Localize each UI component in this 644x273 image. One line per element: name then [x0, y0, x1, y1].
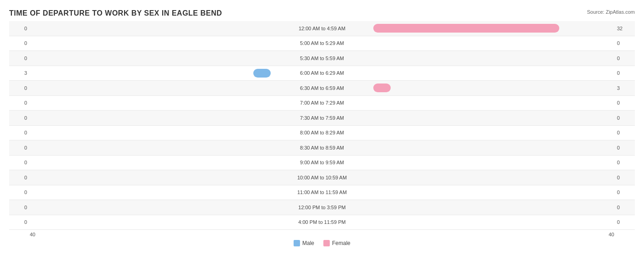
left-value: 0 [9, 56, 30, 61]
left-value: 0 [9, 100, 30, 106]
male-side [30, 156, 272, 170]
table-row: 0 4:00 PM to 11:59 PM 0 [9, 215, 635, 230]
time-label: 8:00 AM to 8:29 AM [272, 130, 372, 135]
dual-bar: 6:30 AM to 6:59 AM [30, 81, 614, 95]
female-side [372, 185, 614, 200]
time-label: 7:00 AM to 7:29 AM [272, 100, 372, 106]
female-side [372, 36, 614, 51]
time-label: 6:30 AM to 6:59 AM [272, 85, 372, 91]
left-value: 3 [9, 70, 30, 76]
female-side [372, 140, 614, 155]
left-value: 0 [9, 26, 30, 31]
left-value: 0 [9, 40, 30, 46]
right-value: 0 [614, 205, 635, 210]
left-value: 0 [9, 205, 30, 210]
table-row: 0 10:00 AM to 10:59 AM 0 [9, 170, 635, 185]
male-side [30, 215, 272, 230]
male-legend-label: Male [302, 240, 314, 246]
male-side [30, 21, 272, 36]
time-label: 8:30 AM to 8:59 AM [272, 145, 372, 150]
male-side [30, 185, 272, 200]
left-value: 0 [9, 189, 30, 195]
table-row: 0 8:00 AM to 8:29 AM 0 [9, 126, 635, 141]
male-legend-box [294, 240, 300, 246]
legend-female: Female [323, 240, 350, 246]
dual-bar: 8:00 AM to 8:29 AM [30, 126, 614, 140]
female-side [372, 96, 614, 111]
table-row: 0 8:30 AM to 8:59 AM 0 [9, 140, 635, 156]
right-value: 0 [614, 70, 635, 76]
table-row: 0 7:00 AM to 7:29 AM 0 [9, 96, 635, 111]
right-value: 3 [614, 85, 635, 91]
left-value: 0 [9, 160, 30, 165]
left-value: 0 [9, 145, 30, 150]
dual-bar: 9:00 AM to 9:59 AM [30, 156, 614, 170]
dual-bar: 7:30 AM to 7:59 AM [30, 111, 614, 125]
male-bar [253, 69, 271, 78]
time-label: 5:00 AM to 5:29 AM [272, 40, 372, 46]
time-label: 4:00 PM to 11:59 PM [272, 219, 372, 225]
right-value: 0 [614, 115, 635, 121]
male-side [30, 66, 272, 81]
time-label: 7:30 AM to 7:59 AM [272, 115, 372, 121]
dual-bar: 4:00 PM to 11:59 PM [30, 215, 614, 230]
right-value: 0 [614, 145, 635, 150]
time-label: 9:00 AM to 9:59 AM [272, 160, 372, 165]
female-side [372, 81, 614, 95]
dual-bar: 7:00 AM to 7:29 AM [30, 96, 614, 111]
table-row: 0 5:00 AM to 5:29 AM 0 [9, 36, 635, 51]
table-row: 0 7:30 AM to 7:59 AM 0 [9, 111, 635, 126]
female-bar [373, 24, 559, 33]
left-value: 0 [9, 130, 30, 135]
left-value: 0 [9, 115, 30, 121]
dual-bar: 8:30 AM to 8:59 AM [30, 140, 614, 155]
time-label: 12:00 AM to 4:59 AM [272, 26, 372, 31]
table-row: 0 5:30 AM to 5:59 AM 0 [9, 51, 635, 66]
female-side [372, 215, 614, 230]
right-value: 0 [614, 130, 635, 135]
chart-area: 0 12:00 AM to 4:59 AM 32 0 5:00 AM to 5:… [9, 21, 635, 248]
time-label: 6:00 AM to 6:29 AM [272, 70, 372, 76]
female-side [372, 156, 614, 170]
female-side [372, 66, 614, 81]
table-row: 3 6:00 AM to 6:29 AM 0 [9, 66, 635, 81]
table-row: 0 6:30 AM to 6:59 AM 3 [9, 81, 635, 96]
female-legend-label: Female [332, 240, 350, 246]
x-axis-right: 40 [393, 232, 614, 237]
table-row: 0 9:00 AM to 9:59 AM 0 [9, 156, 635, 171]
time-label: 12:00 PM to 3:59 PM [272, 205, 372, 210]
legend-male: Male [294, 240, 314, 246]
right-value: 0 [614, 160, 635, 165]
right-value: 32 [614, 26, 635, 31]
time-label: 5:30 AM to 5:59 AM [272, 56, 372, 61]
source-text: Source: ZipAtlas.com [587, 9, 635, 15]
table-row: 0 11:00 AM to 11:59 AM 0 [9, 185, 635, 201]
dual-bar: 5:30 AM to 5:59 AM [30, 51, 614, 66]
male-side [30, 126, 272, 140]
time-label: 11:00 AM to 11:59 AM [272, 189, 372, 195]
male-side [30, 111, 272, 125]
female-legend-box [323, 240, 330, 246]
dual-bar: 6:00 AM to 6:29 AM [30, 66, 614, 81]
right-value: 0 [614, 40, 635, 46]
chart-container: TIME OF DEPARTURE TO WORK BY SEX IN EAGL… [0, 0, 644, 273]
female-side [372, 21, 614, 36]
left-value: 0 [9, 219, 30, 225]
dual-bar: 12:00 PM to 3:59 PM [30, 200, 614, 215]
chart-title: TIME OF DEPARTURE TO WORK BY SEX IN EAGL… [9, 9, 635, 17]
left-value: 0 [9, 85, 30, 91]
legend: Male Female [9, 240, 635, 246]
female-side [372, 170, 614, 185]
dual-bar: 5:00 AM to 5:29 AM [30, 36, 614, 51]
male-side [30, 36, 272, 51]
right-value: 0 [614, 175, 635, 180]
table-row: 0 12:00 PM to 3:59 PM 0 [9, 200, 635, 215]
female-side [372, 111, 614, 125]
left-value: 0 [9, 175, 30, 180]
right-value: 0 [614, 56, 635, 61]
x-axis-left: 40 [30, 232, 251, 237]
female-side [372, 126, 614, 140]
dual-bar: 12:00 AM to 4:59 AM [30, 21, 614, 36]
dual-bar: 10:00 AM to 10:59 AM [30, 170, 614, 185]
right-value: 0 [614, 219, 635, 225]
